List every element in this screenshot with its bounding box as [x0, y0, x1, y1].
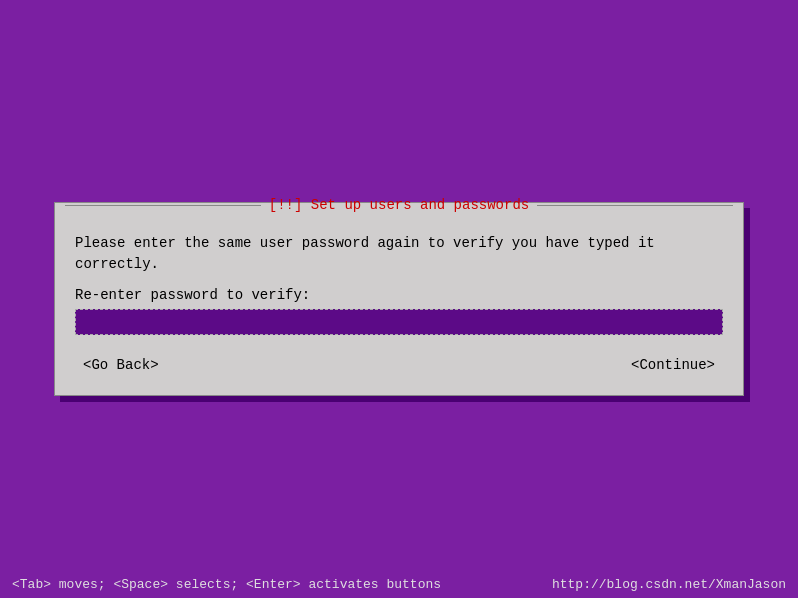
dialog: [!!] Set up users and passwords Please e…	[54, 202, 744, 396]
password-input[interactable]	[82, 314, 716, 330]
bottom-url: http://blog.csdn.net/XmanJason	[552, 577, 786, 592]
password-input-wrapper[interactable]	[75, 309, 723, 335]
dialog-label: Re-enter password to verify:	[75, 287, 723, 303]
dialog-title-bar: [!!] Set up users and passwords	[55, 193, 743, 217]
bottom-hint: <Tab> moves; <Space> selects; <Enter> ac…	[12, 577, 441, 592]
title-line-right	[537, 205, 733, 206]
title-line-left	[65, 205, 261, 206]
continue-button[interactable]: <Continue>	[623, 355, 723, 375]
dialog-buttons: <Go Back> <Continue>	[75, 351, 723, 383]
screen: [!!] Set up users and passwords Please e…	[0, 0, 798, 598]
dialog-title: [!!] Set up users and passwords	[261, 197, 537, 213]
dialog-wrapper: [!!] Set up users and passwords Please e…	[54, 202, 744, 396]
go-back-button[interactable]: <Go Back>	[75, 355, 167, 375]
dialog-body: Please enter the same user password agai…	[55, 217, 743, 395]
dialog-message: Please enter the same user password agai…	[75, 233, 723, 275]
bottom-bar: <Tab> moves; <Space> selects; <Enter> ac…	[0, 571, 798, 598]
